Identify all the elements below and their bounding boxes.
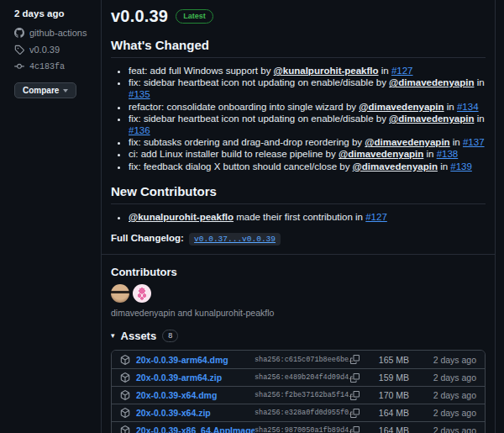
full-changelog-label: Full Changelog: [111,233,184,243]
assets-table: 20x-0.0.39-arm64.dmg sha256:c615c071b8ee… [111,350,486,433]
user-link[interactable]: @dimavedenyapin [389,77,474,87]
asset-link[interactable]: 20x-0.0.39-x64.dmg [136,390,217,400]
pr-link[interactable]: #127 [391,66,413,76]
release-timestamp: 2 days ago [14,8,96,18]
release-title: v0.0.39 [111,7,168,26]
change-item: refactor: consolidate onboarding into si… [129,101,486,113]
asset-sha: sha256:e328a0fd0d955f0… [255,409,350,417]
user-link[interactable]: @dimavedenyapin [389,114,474,124]
asset-size: 165 MB [367,355,409,365]
author-name: github-actions [29,28,87,38]
change-item: fix: sidebar heartbeat icon not updating… [129,113,486,136]
asset-sha: sha256:c615c071b8ee6be… [255,356,350,364]
asset-link[interactable]: 20x-0.0.39-x86_64.AppImage [136,425,255,433]
asset-row: 20x-0.0.39-arm64.zip sha256:e489b204f4d0… [112,368,485,386]
full-changelog: Full Changelog: v0.0.37...v0.0.39 [111,233,486,244]
release-sidebar: 2 days ago github-actions v0.0.39 4c183f… [0,0,101,98]
change-item: feat: add full Windows support by @kunal… [129,65,486,77]
asset-date: 2 days ago [409,355,476,365]
asset-sha: sha256:9870050a1fb89d4… [255,426,350,433]
asset-row: 20x-0.0.39-x64.dmg sha256:f2be37162ba5f1… [112,386,485,404]
asset-date: 2 days ago [409,408,476,418]
contributors-heading: Contributors [111,266,486,278]
copy-icon[interactable] [350,391,367,400]
chevron-down-icon [63,89,68,92]
pr-link[interactable]: #136 [129,125,150,135]
new-contributors-heading: New Contributors [111,184,486,204]
asset-row: 20x-0.0.39-x86_64.AppImage sha256:987005… [112,421,485,433]
change-item: ci: add Linux installer build to release… [129,148,486,160]
asset-link[interactable]: 20x-0.0.39-arm64.dmg [136,355,228,365]
asset-link[interactable]: 20x-0.0.39-arm64.zip [136,372,222,383]
copy-icon[interactable] [350,355,367,364]
asset-size: 164 MB [367,425,409,433]
commit-sha: 4c183fa [29,62,65,71]
asset-row: 20x-0.0.39-x64.zip sha256:e328a0fd0d955f… [112,404,485,421]
asset-row: 20x-0.0.39-arm64.dmg sha256:c615c071b8ee… [112,351,485,368]
asset-link[interactable]: 20x-0.0.39-x64.zip [136,408,211,418]
commit-icon [14,61,24,71]
pr-link[interactable]: #135 [129,89,150,99]
copy-icon[interactable] [350,373,367,383]
assets-heading: Assets [121,330,157,342]
compare-button[interactable]: Compare [14,82,76,98]
change-item: fix: subtasks ordering and drag-and-drop… [129,136,486,148]
package-icon [120,425,130,433]
release-tag[interactable]: v0.0.39 [14,45,96,55]
release-footer: Contributors dimavedenyapin and kunalpur… [102,254,495,433]
compare-label: Compare [23,86,59,95]
release-card: v0.0.39 Latest What's Changed feat: add … [101,0,496,433]
release-author[interactable]: github-actions [14,28,96,38]
package-icon [120,372,130,383]
package-icon [120,355,130,365]
github-icon [14,28,24,38]
avatar-kunalpurohit-peakflo[interactable] [133,284,151,303]
pr-link[interactable]: #127 [365,212,387,222]
asset-sha: sha256:f2be37162ba5f14… [255,391,350,399]
full-changelog-link[interactable]: v0.0.37...v0.0.39 [189,233,281,246]
user-link[interactable]: @kunalpurohit-peakflo [274,66,379,76]
triangle-down-icon: ▾ [111,332,115,340]
contributor-names: dimavedenyapin and kunalpurohit-peakflo [111,308,486,318]
tag-icon [14,45,24,55]
asset-date: 2 days ago [409,372,476,383]
user-link[interactable]: @dimavedenyapin [365,137,449,147]
pr-link[interactable]: #137 [463,137,485,147]
pr-link[interactable]: #134 [457,102,479,112]
asset-size: 164 MB [367,408,409,418]
asset-size: 170 MB [367,390,409,400]
package-icon [120,408,130,418]
asset-size: 159 MB [367,372,409,383]
changes-list: feat: add full Windows support by @kunal… [111,65,486,172]
change-item: fix: feedback dialog X button should can… [129,161,486,172]
copy-icon[interactable] [350,426,367,433]
asset-sha: sha256:e489b204f4d09d4… [255,373,350,382]
user-link[interactable]: @kunalpurohit-peakflo [129,212,234,222]
assets-toggle[interactable]: ▾ Assets 8 [111,330,486,342]
new-contributor-item: @kunalpurohit-peakflo made their first c… [129,211,486,223]
package-icon [120,390,130,400]
user-link[interactable]: @dimavedenyapin [353,161,438,172]
tag-name: v0.0.39 [29,45,60,55]
release-commit[interactable]: 4c183fa [14,61,96,71]
user-link[interactable]: @dimavedenyapin [359,102,444,112]
change-item: fix: sidebar heartbeat icon not updating… [129,77,486,100]
user-link[interactable]: @dimavedenyapin [339,149,423,159]
pr-link[interactable]: #138 [437,149,459,159]
assets-count-badge: 8 [162,330,178,342]
contributor-avatars [111,284,486,303]
pr-link[interactable]: #139 [450,161,472,172]
new-contributors-list: @kunalpurohit-peakflo made their first c… [111,211,486,223]
asset-date: 2 days ago [409,425,476,433]
whats-changed-heading: What's Changed [111,38,486,58]
avatar-dimavedenyapin[interactable] [111,284,129,303]
latest-badge: Latest [176,9,213,24]
asset-date: 2 days ago [409,390,476,400]
copy-icon[interactable] [350,409,367,418]
